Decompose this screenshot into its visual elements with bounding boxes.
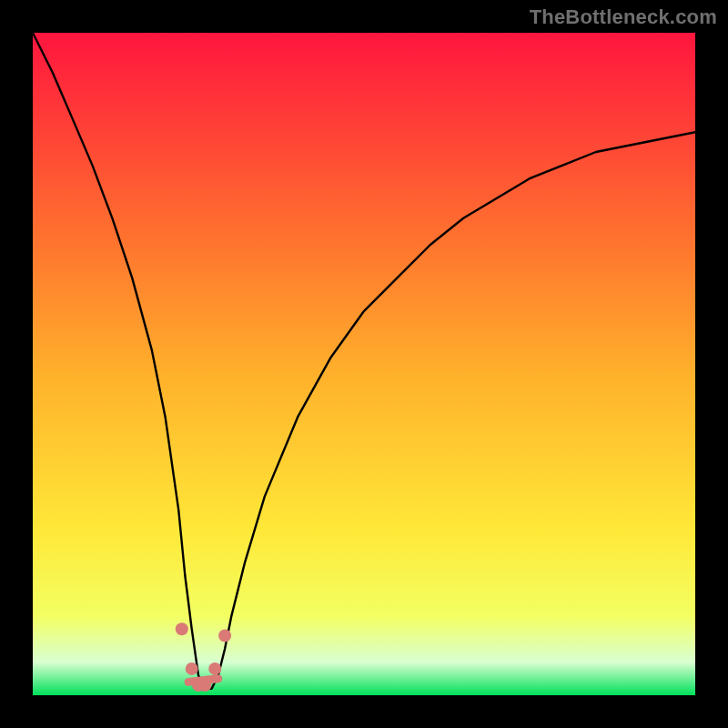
outer-frame: TheBottleneck.com	[0, 0, 728, 728]
marker-dot	[218, 630, 231, 642]
marker-dot	[198, 679, 211, 692]
marker-dot	[208, 662, 221, 675]
watermark-text: TheBottleneck.com	[530, 5, 717, 29]
bottleneck-curve	[33, 33, 695, 689]
marker-dot	[176, 622, 188, 635]
marker-dot	[186, 662, 198, 675]
curve-layer	[33, 33, 695, 695]
